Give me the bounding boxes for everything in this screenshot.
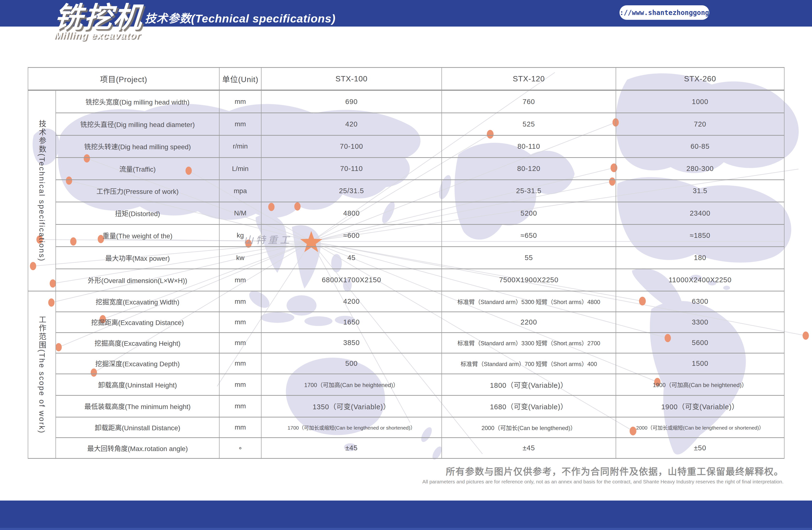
value-stx260: 1900（可变(Variable)） [616, 395, 784, 417]
value-stx260: 720 [616, 113, 784, 135]
row-label: 铣挖头转速(Dig head milling speed) [56, 135, 219, 157]
table-row: 挖掘深度(Excavating Depth)mm500标准臂（Standard … [28, 353, 784, 374]
row-label: 工作压力(Pressure of work) [56, 180, 219, 202]
value-stx100: 6800X1700X2150 [261, 269, 442, 291]
row-unit: mm [219, 333, 261, 353]
row-unit: mm [219, 374, 261, 395]
table-row: 工作压力(Pressure of work)mpa25/31.525-31.53… [28, 180, 784, 202]
table-row: 最大回转角度(Max.rotation angle)∘±45±45±50 [28, 438, 784, 459]
row-label: 挖掘高度(Excavating Height) [56, 333, 219, 353]
value-stx120: 760 [442, 90, 616, 113]
value-stx100: 1700（可加长或缩短(Can be lengthened or shorten… [261, 417, 442, 438]
value-stx100: 1650 [261, 312, 442, 333]
value-stx100: ≈600 [261, 224, 442, 247]
row-group-label: 技术参数(Technical specifications) [28, 90, 56, 291]
bottom-accent-strip [0, 528, 812, 530]
value-stx100: 1700（可加高(Can be heightened)） [261, 374, 442, 395]
spec-table-body: 技术参数(Technical specifications)铣挖头宽度(Dig … [28, 90, 784, 459]
row-unit: mm [219, 312, 261, 333]
logo: 铣挖机 Milling excavator [54, 2, 143, 41]
value-stx100: 3850 [261, 333, 442, 353]
row-label: 铣挖头直径(Dig milling head diameter) [56, 113, 219, 135]
table-row: 铣挖头转速(Dig head milling speed)r/min70-100… [28, 135, 784, 157]
value-stx100: 25/31.5 [261, 180, 442, 202]
row-label: 扭矩(Distorted) [56, 202, 219, 224]
website-url[interactable]: Http://www.shantezhonggong.com [603, 9, 725, 17]
row-unit: kw [219, 247, 261, 269]
value-stx260: 1500 [616, 353, 784, 374]
table-header-row: 项目(Project) 单位(Unit) STX-100 STX-120 STX… [28, 68, 784, 90]
value-stx120: 1680（可变(Variable)） [442, 395, 616, 417]
value-stx260: 1900（可加高(Can be heightened)） [616, 374, 784, 395]
value-stx260: 2000（可加长或缩短(Can be lengthened or shorten… [616, 417, 784, 438]
bottom-blue-bar [0, 501, 812, 530]
value-stx100: 45 [261, 247, 442, 269]
table-row: 挖掘距离(Excavating Distance)mm165022003300 [28, 312, 784, 333]
row-label: 铣挖头宽度(Dig milling head width) [56, 90, 219, 113]
value-stx260: 6300 [616, 291, 784, 312]
row-label: 流量(Traffic) [56, 157, 219, 180]
table-row: 工作范围(The scope of work)挖掘宽度(Excavating W… [28, 291, 784, 312]
row-unit: mm [219, 291, 261, 312]
table-row: 挖掘高度(Excavating Height)mm3850标准臂（Standar… [28, 333, 784, 353]
row-unit: ∘ [219, 438, 261, 459]
table-row: 卸载高度(Uninstall Height)mm1700（可加高(Can be … [28, 374, 784, 395]
value-stx260: ≈1850 [616, 224, 784, 247]
row-label: 卸载高度(Uninstall Height) [56, 374, 219, 395]
col-header-project: 项目(Project) [28, 68, 219, 90]
value-stx260: 31.5 [616, 180, 784, 202]
row-unit: mm [219, 395, 261, 417]
value-stx260: 280-300 [616, 157, 784, 180]
value-stx120: 1800（可变(Variable)） [442, 374, 616, 395]
table-row: 外形(Overall dimension(L×W×H))mm6800X1700X… [28, 269, 784, 291]
value-stx260: 5600 [616, 333, 784, 353]
value-stx260: 23400 [616, 202, 784, 224]
value-stx120: 25-31.5 [442, 180, 616, 202]
logo-cn-text: 铣挖机 [53, 2, 144, 33]
value-stx100: 420 [261, 113, 442, 135]
value-stx260: 1000 [616, 90, 784, 113]
row-group-label: 工作范围(The scope of work) [28, 291, 56, 459]
value-stx120: 2000（可加长(Can be lengthened)） [442, 417, 616, 438]
value-stx260: 60-85 [616, 135, 784, 157]
value-stx100: 70-110 [261, 157, 442, 180]
col-header-stx120: STX-120 [442, 68, 616, 90]
row-unit: mm [219, 417, 261, 438]
spec-table: 项目(Project) 单位(Unit) STX-100 STX-120 STX… [28, 67, 784, 459]
website-url-pill[interactable]: Http://www.shantezhonggong.com [620, 5, 709, 20]
row-label: 最大功率(Max power) [56, 247, 219, 269]
value-stx120: 标准臂（Standard arm）5300 短臂（Short arms）4800 [442, 291, 616, 312]
value-stx260: ±50 [616, 438, 784, 459]
value-stx120: 525 [442, 113, 616, 135]
row-unit: N/M [219, 202, 261, 224]
value-stx120: 80-120 [442, 157, 616, 180]
value-stx260: 3300 [616, 312, 784, 333]
row-unit: L/min [219, 157, 261, 180]
value-stx120: ±45 [442, 438, 616, 459]
row-unit: mm [219, 90, 261, 113]
value-stx100: 4200 [261, 291, 442, 312]
col-header-stx260: STX-260 [616, 68, 784, 90]
table-row: 最大功率(Max power)kw4555180 [28, 247, 784, 269]
row-unit: mm [219, 113, 261, 135]
value-stx120: 7500X1900X2250 [442, 269, 616, 291]
row-label: 挖掘宽度(Excavating Width) [56, 291, 219, 312]
value-stx100: 4800 [261, 202, 442, 224]
row-label: 卸载距离(Uninstall Distance) [56, 417, 219, 438]
table-row: 技术参数(Technical specifications)铣挖头宽度(Dig … [28, 90, 784, 113]
value-stx260: 11000X2400X2250 [616, 269, 784, 291]
logo-en-text: Milling excavator [54, 30, 143, 41]
col-header-unit: 单位(Unit) [219, 68, 261, 90]
value-stx120: 标准臂（Standard arm）700 短臂（Short arms）400 [442, 353, 616, 374]
col-header-stx100: STX-100 [261, 68, 442, 90]
table-row: 流量(Traffic)L/min70-11080-120280-300 [28, 157, 784, 180]
row-unit: mm [219, 269, 261, 291]
value-stx120: 5200 [442, 202, 616, 224]
row-unit: mpa [219, 180, 261, 202]
row-label: 挖掘距离(Excavating Distance) [56, 312, 219, 333]
value-stx100: 1350（可变(Variable)） [261, 395, 442, 417]
disclaimer-cn: 所有参数与图片仅供参考，不作为合同附件及依据，山特重工保留最终解释权。 [374, 464, 784, 477]
value-stx100: 690 [261, 90, 442, 113]
table-row: 扭矩(Distorted)N/M4800520023400 [28, 202, 784, 224]
value-stx100: ±45 [261, 438, 442, 459]
